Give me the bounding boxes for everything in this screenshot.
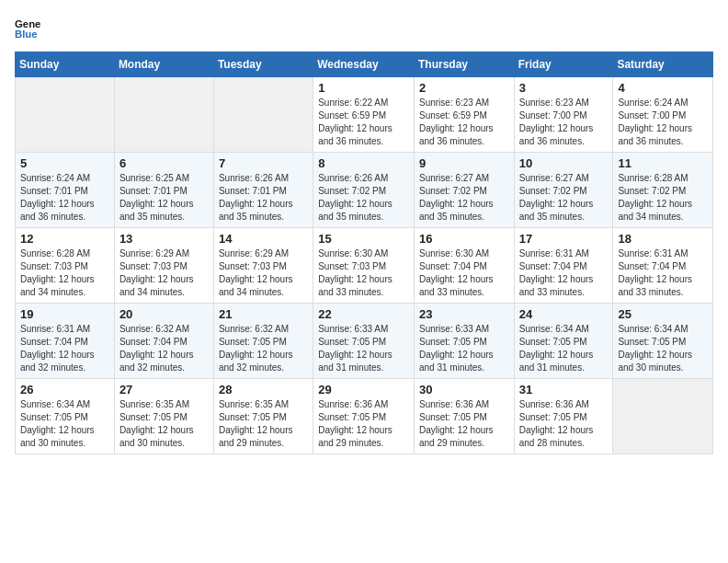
day-info: Sunrise: 6:24 AM Sunset: 7:01 PM Dayligh…	[20, 172, 109, 224]
calendar-header-row: SundayMondayTuesdayWednesdayThursdayFrid…	[16, 52, 713, 77]
day-info: Sunrise: 6:29 AM Sunset: 7:03 PM Dayligh…	[219, 247, 308, 299]
calendar-cell: 31Sunrise: 6:36 AM Sunset: 7:05 PM Dayli…	[514, 379, 613, 454]
day-number: 11	[618, 156, 708, 170]
calendar-week-row: 12Sunrise: 6:28 AM Sunset: 7:03 PM Dayli…	[16, 228, 713, 304]
day-number: 10	[519, 156, 609, 170]
day-info: Sunrise: 6:35 AM Sunset: 7:05 PM Dayligh…	[219, 398, 308, 450]
calendar-cell: 22Sunrise: 6:33 AM Sunset: 7:05 PM Dayli…	[313, 304, 415, 379]
day-number: 27	[119, 383, 209, 396]
calendar-week-row: 26Sunrise: 6:34 AM Sunset: 7:05 PM Dayli…	[16, 379, 713, 454]
weekday-header-friday: Friday	[514, 52, 613, 77]
day-info: Sunrise: 6:31 AM Sunset: 7:04 PM Dayligh…	[20, 323, 109, 374]
day-number: 13	[119, 232, 209, 246]
logo: General Blue	[15, 15, 44, 40]
day-number: 16	[419, 232, 509, 246]
day-number: 26	[20, 383, 109, 396]
weekday-header-tuesday: Tuesday	[213, 52, 313, 77]
calendar-cell: 10Sunrise: 6:27 AM Sunset: 7:02 PM Dayli…	[514, 153, 613, 228]
calendar-cell: 9Sunrise: 6:27 AM Sunset: 7:02 PM Daylig…	[414, 153, 514, 228]
weekday-header-sunday: Sunday	[16, 52, 115, 77]
day-info: Sunrise: 6:32 AM Sunset: 7:04 PM Dayligh…	[119, 323, 209, 374]
calendar-body: 1Sunrise: 6:22 AM Sunset: 6:59 PM Daylig…	[16, 77, 713, 454]
weekday-header-monday: Monday	[114, 52, 213, 77]
day-number: 3	[519, 81, 609, 95]
calendar-table: SundayMondayTuesdayWednesdayThursdayFrid…	[15, 52, 713, 454]
svg-text:Blue: Blue	[15, 29, 38, 40]
calendar-cell: 27Sunrise: 6:35 AM Sunset: 7:05 PM Dayli…	[114, 379, 213, 454]
day-info: Sunrise: 6:23 AM Sunset: 7:00 PM Dayligh…	[519, 97, 609, 148]
day-info: Sunrise: 6:25 AM Sunset: 7:01 PM Dayligh…	[119, 172, 209, 224]
day-number: 15	[318, 232, 409, 246]
logo-icon: General Blue	[15, 15, 40, 40]
day-number: 29	[318, 383, 409, 396]
calendar-cell: 2Sunrise: 6:23 AM Sunset: 6:59 PM Daylig…	[414, 77, 514, 153]
day-number: 17	[519, 232, 609, 246]
calendar-cell: 11Sunrise: 6:28 AM Sunset: 7:02 PM Dayli…	[613, 153, 713, 228]
day-info: Sunrise: 6:26 AM Sunset: 7:02 PM Dayligh…	[318, 172, 409, 224]
day-number: 9	[419, 156, 509, 170]
day-info: Sunrise: 6:26 AM Sunset: 7:01 PM Dayligh…	[219, 172, 308, 224]
calendar-cell: 24Sunrise: 6:34 AM Sunset: 7:05 PM Dayli…	[514, 304, 613, 379]
day-number: 21	[219, 307, 308, 321]
day-number: 19	[20, 307, 109, 321]
calendar-cell: 16Sunrise: 6:30 AM Sunset: 7:04 PM Dayli…	[414, 228, 514, 304]
day-number: 1	[318, 81, 409, 95]
day-info: Sunrise: 6:36 AM Sunset: 7:05 PM Dayligh…	[419, 398, 509, 450]
calendar-cell	[213, 77, 313, 153]
day-number: 6	[119, 156, 209, 170]
day-info: Sunrise: 6:33 AM Sunset: 7:05 PM Dayligh…	[419, 323, 509, 374]
day-number: 4	[618, 81, 708, 95]
day-number: 20	[119, 307, 209, 321]
day-number: 14	[219, 232, 308, 246]
day-info: Sunrise: 6:27 AM Sunset: 7:02 PM Dayligh…	[419, 172, 509, 224]
calendar-cell: 19Sunrise: 6:31 AM Sunset: 7:04 PM Dayli…	[16, 304, 115, 379]
calendar-cell: 17Sunrise: 6:31 AM Sunset: 7:04 PM Dayli…	[514, 228, 613, 304]
calendar-cell: 28Sunrise: 6:35 AM Sunset: 7:05 PM Dayli…	[213, 379, 313, 454]
weekday-header-thursday: Thursday	[414, 52, 514, 77]
calendar-cell: 14Sunrise: 6:29 AM Sunset: 7:03 PM Dayli…	[213, 228, 313, 304]
day-number: 2	[419, 81, 509, 95]
weekday-header-wednesday: Wednesday	[313, 52, 415, 77]
calendar-cell: 29Sunrise: 6:36 AM Sunset: 7:05 PM Dayli…	[313, 379, 415, 454]
day-info: Sunrise: 6:36 AM Sunset: 7:05 PM Dayligh…	[519, 398, 609, 450]
day-info: Sunrise: 6:31 AM Sunset: 7:04 PM Dayligh…	[519, 247, 609, 299]
calendar-week-row: 5Sunrise: 6:24 AM Sunset: 7:01 PM Daylig…	[16, 153, 713, 228]
day-number: 7	[219, 156, 308, 170]
calendar-cell: 6Sunrise: 6:25 AM Sunset: 7:01 PM Daylig…	[114, 153, 213, 228]
calendar-cell: 4Sunrise: 6:24 AM Sunset: 7:00 PM Daylig…	[613, 77, 713, 153]
day-info: Sunrise: 6:34 AM Sunset: 7:05 PM Dayligh…	[519, 323, 609, 374]
day-info: Sunrise: 6:34 AM Sunset: 7:05 PM Dayligh…	[20, 398, 109, 450]
calendar-cell: 13Sunrise: 6:29 AM Sunset: 7:03 PM Dayli…	[114, 228, 213, 304]
calendar-cell: 23Sunrise: 6:33 AM Sunset: 7:05 PM Dayli…	[414, 304, 514, 379]
day-number: 22	[318, 307, 409, 321]
calendar-cell: 25Sunrise: 6:34 AM Sunset: 7:05 PM Dayli…	[613, 304, 713, 379]
day-number: 24	[519, 307, 609, 321]
day-number: 5	[20, 156, 109, 170]
day-info: Sunrise: 6:28 AM Sunset: 7:02 PM Dayligh…	[618, 172, 708, 224]
day-info: Sunrise: 6:22 AM Sunset: 6:59 PM Dayligh…	[318, 97, 409, 148]
day-info: Sunrise: 6:29 AM Sunset: 7:03 PM Dayligh…	[119, 247, 209, 299]
day-info: Sunrise: 6:28 AM Sunset: 7:03 PM Dayligh…	[20, 247, 109, 299]
day-number: 28	[219, 383, 308, 396]
calendar-cell: 15Sunrise: 6:30 AM Sunset: 7:03 PM Dayli…	[313, 228, 415, 304]
calendar-cell: 26Sunrise: 6:34 AM Sunset: 7:05 PM Dayli…	[16, 379, 115, 454]
calendar-cell: 21Sunrise: 6:32 AM Sunset: 7:05 PM Dayli…	[213, 304, 313, 379]
calendar-week-row: 1Sunrise: 6:22 AM Sunset: 6:59 PM Daylig…	[16, 77, 713, 153]
page-header: General Blue	[15, 15, 713, 40]
day-number: 8	[318, 156, 409, 170]
day-info: Sunrise: 6:23 AM Sunset: 6:59 PM Dayligh…	[419, 97, 509, 148]
day-info: Sunrise: 6:35 AM Sunset: 7:05 PM Dayligh…	[119, 398, 209, 450]
calendar-cell: 18Sunrise: 6:31 AM Sunset: 7:04 PM Dayli…	[613, 228, 713, 304]
day-info: Sunrise: 6:32 AM Sunset: 7:05 PM Dayligh…	[219, 323, 308, 374]
calendar-cell: 7Sunrise: 6:26 AM Sunset: 7:01 PM Daylig…	[213, 153, 313, 228]
day-info: Sunrise: 6:31 AM Sunset: 7:04 PM Dayligh…	[618, 247, 708, 299]
svg-text:General: General	[15, 18, 40, 29]
calendar-cell: 1Sunrise: 6:22 AM Sunset: 6:59 PM Daylig…	[313, 77, 415, 153]
day-info: Sunrise: 6:34 AM Sunset: 7:05 PM Dayligh…	[618, 323, 708, 374]
calendar-cell	[613, 379, 713, 454]
day-info: Sunrise: 6:27 AM Sunset: 7:02 PM Dayligh…	[519, 172, 609, 224]
calendar-cell: 3Sunrise: 6:23 AM Sunset: 7:00 PM Daylig…	[514, 77, 613, 153]
calendar-week-row: 19Sunrise: 6:31 AM Sunset: 7:04 PM Dayli…	[16, 304, 713, 379]
day-info: Sunrise: 6:30 AM Sunset: 7:03 PM Dayligh…	[318, 247, 409, 299]
day-info: Sunrise: 6:24 AM Sunset: 7:00 PM Dayligh…	[618, 97, 708, 148]
